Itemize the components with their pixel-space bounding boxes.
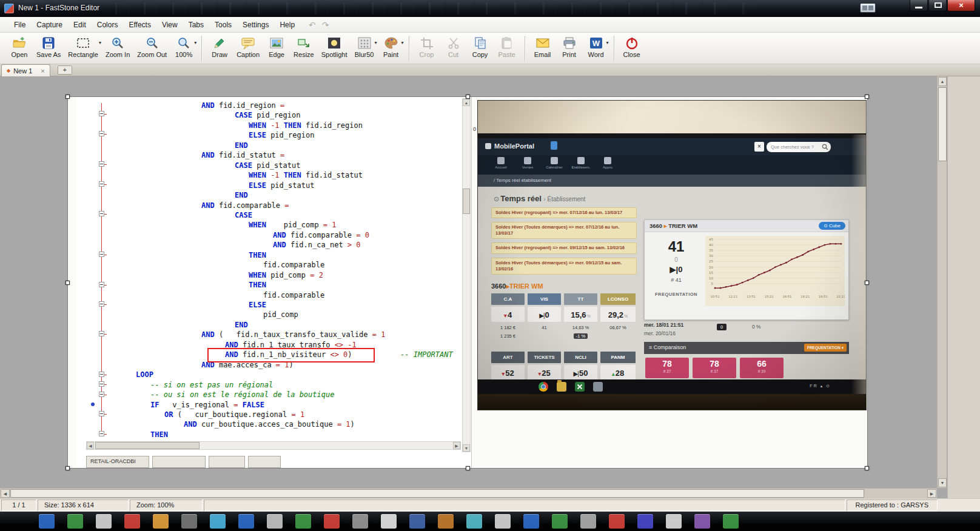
selection-handle-top-right[interactable] xyxy=(865,95,869,99)
toolbar-button-word[interactable]: W▾Word xyxy=(583,35,609,59)
taskbar-app-icon[interactable] xyxy=(552,514,568,529)
fold-marker-icon xyxy=(99,211,104,216)
taskbar-app-icon[interactable] xyxy=(609,514,625,529)
vscroll-thumb[interactable] xyxy=(938,87,947,161)
menu-settings[interactable]: Settings xyxy=(237,17,274,33)
toolbar-button-zoom-out[interactable]: Zoom Out xyxy=(133,35,170,59)
code-line: -- ou si on est le régional de la boutiq… xyxy=(150,390,334,399)
selection-handle-top-middle[interactable] xyxy=(466,95,470,99)
selection-handle-bottom-left[interactable] xyxy=(65,466,70,470)
menu-effects[interactable]: Effects xyxy=(123,17,156,33)
taskbar-app-icon[interactable] xyxy=(694,514,710,529)
taskbar-app-icon[interactable] xyxy=(238,514,254,529)
menu-edit[interactable]: Edit xyxy=(68,17,92,33)
taskbar-app-icon[interactable] xyxy=(580,514,596,529)
taskbar-app-icon[interactable] xyxy=(523,514,539,529)
toolbar-button-open[interactable]: Open xyxy=(6,35,33,59)
tab-close-icon[interactable]: × xyxy=(41,67,44,75)
main-hscrollbar[interactable]: ◀ ▶ xyxy=(0,488,937,498)
taskbar-app-icon[interactable] xyxy=(352,514,368,529)
kpi2-values: ▾52▾25▶|50▴28 xyxy=(491,365,637,380)
menu-tabs[interactable]: Tabs xyxy=(183,17,209,33)
taskbar-app-icon[interactable] xyxy=(67,514,83,529)
toolbar-button-edge[interactable]: Edge xyxy=(263,35,290,59)
new-tab-button[interactable]: + xyxy=(58,65,72,75)
toolbar-button-email[interactable]: Email xyxy=(529,35,556,59)
selection-handle-top-left[interactable] xyxy=(65,95,70,99)
scroll-down-button[interactable]: ▼ xyxy=(938,478,947,487)
toolbar-button-blur50[interactable]: ▾Blur50 xyxy=(351,35,378,59)
menu-colors[interactable]: Colors xyxy=(92,17,124,33)
card-big-value: 41 xyxy=(651,238,702,255)
dropdown-arrow-icon[interactable]: ▾ xyxy=(606,40,609,45)
code-editor-screenshot: AND fid.id_region =CASE pid_regionWHEN -… xyxy=(76,97,472,468)
scroll-right-button[interactable]: ▶ xyxy=(927,489,936,498)
taskbar-app-icon[interactable] xyxy=(267,514,283,529)
taskbar-app-icon[interactable] xyxy=(96,514,112,529)
portal-header: MobilePortal × Que cherchez vous ? xyxy=(478,138,866,155)
taskbar-app-icon[interactable] xyxy=(409,514,425,529)
taskbar-app-icon[interactable] xyxy=(495,514,511,529)
toolbar-button-draw[interactable]: Draw xyxy=(206,35,233,59)
pause-triangle-icon: ▶| xyxy=(574,370,579,377)
kpi-value: 15,6% xyxy=(564,307,597,322)
main-vscrollbar[interactable]: ▲ ▼ xyxy=(937,76,947,488)
toolbar-button-resize[interactable]: Resize xyxy=(290,35,318,59)
menu-capture[interactable]: Capture xyxy=(31,17,68,33)
dropdown-arrow-icon[interactable]: ▾ xyxy=(375,40,377,45)
taskbar-app-icon[interactable] xyxy=(153,514,169,529)
dropdown-arrow-icon[interactable]: ▾ xyxy=(99,40,101,45)
toolbar-button-rectangle[interactable]: ▾Rectangle xyxy=(64,35,102,59)
toolbar-button-paint[interactable]: ▾Paint xyxy=(378,35,404,59)
minimize-button[interactable] xyxy=(910,0,928,12)
code-line: pid_comp xyxy=(263,310,298,319)
desktop-toggle-button[interactable] xyxy=(860,3,876,13)
menu-items: FileCaptureEditColorsEffectsViewTabsTool… xyxy=(8,17,300,33)
taskbar-app-icon[interactable] xyxy=(466,514,482,529)
toolbar-button-caption[interactable]: Caption xyxy=(233,35,263,59)
dropdown-arrow-icon[interactable]: ▾ xyxy=(194,40,196,45)
draw-icon xyxy=(212,36,227,50)
toolbar-button-label: Edge xyxy=(269,51,284,58)
tab-bar: ◆ New 1 × + xyxy=(0,64,980,76)
toolbar-button-print[interactable]: Print xyxy=(556,35,583,59)
taskbar-app-icon[interactable] xyxy=(210,514,226,529)
taskbar-app-icon[interactable] xyxy=(39,514,55,529)
taskbar-app-icon[interactable] xyxy=(181,514,197,529)
kpi-header: VIS xyxy=(528,293,561,305)
portal-content: ⊙Temps réel›Établissement Soldes Hiver (… xyxy=(478,187,866,379)
taskbar-app-icon[interactable] xyxy=(723,514,739,529)
undo-icon[interactable]: ↶ xyxy=(309,20,322,30)
selection-handle-bottom-middle[interactable] xyxy=(466,466,470,470)
toolbar-button-cut: Cut xyxy=(440,35,467,59)
scroll-up-button[interactable]: ▲ xyxy=(938,77,947,86)
menu-view[interactable]: View xyxy=(156,17,183,33)
tab-new1[interactable]: ◆ New 1 × xyxy=(1,64,50,76)
taskbar-app-icon[interactable] xyxy=(438,514,454,529)
taskbar-app-icon[interactable] xyxy=(381,514,397,529)
toolbar-button-spotlight[interactable]: Spotlight xyxy=(318,35,351,59)
scroll-left-button[interactable]: ◀ xyxy=(1,489,10,498)
taskbar-app-icon[interactable] xyxy=(637,514,653,529)
selection-handle-bottom-right[interactable] xyxy=(865,466,869,470)
close-button[interactable]: × xyxy=(947,0,975,12)
menu-help[interactable]: Help xyxy=(274,17,300,33)
menu-file[interactable]: File xyxy=(8,17,31,33)
taskbar-app-icon[interactable] xyxy=(295,514,311,529)
menu-tools[interactable]: Tools xyxy=(209,17,237,33)
taskbar-app-icon[interactable] xyxy=(324,514,340,529)
taskbar-app-icon[interactable] xyxy=(124,514,140,529)
dropdown-arrow-icon[interactable]: ▾ xyxy=(401,40,404,45)
redo-icon[interactable]: ↷ xyxy=(322,20,335,30)
toolbar-button-zoom-in[interactable]: Zoom In xyxy=(102,35,133,59)
toolbar-button-close[interactable]: Close xyxy=(619,35,645,59)
selection-handle-left-middle[interactable] xyxy=(65,281,70,285)
toolbar-button-copy[interactable]: Copy xyxy=(467,35,494,59)
taskbar-app-icon[interactable] xyxy=(666,514,682,529)
selection-handle-right-middle[interactable] xyxy=(865,281,869,285)
hscroll-thumb[interactable] xyxy=(10,489,864,498)
kpi1-row2: 1 235 €-1 % xyxy=(491,333,637,339)
maximize-button[interactable] xyxy=(928,0,947,12)
toolbar-button-save-as[interactable]: Save As xyxy=(33,35,64,59)
toolbar-button-zoom-100[interactable]: ▾100% xyxy=(170,35,197,59)
